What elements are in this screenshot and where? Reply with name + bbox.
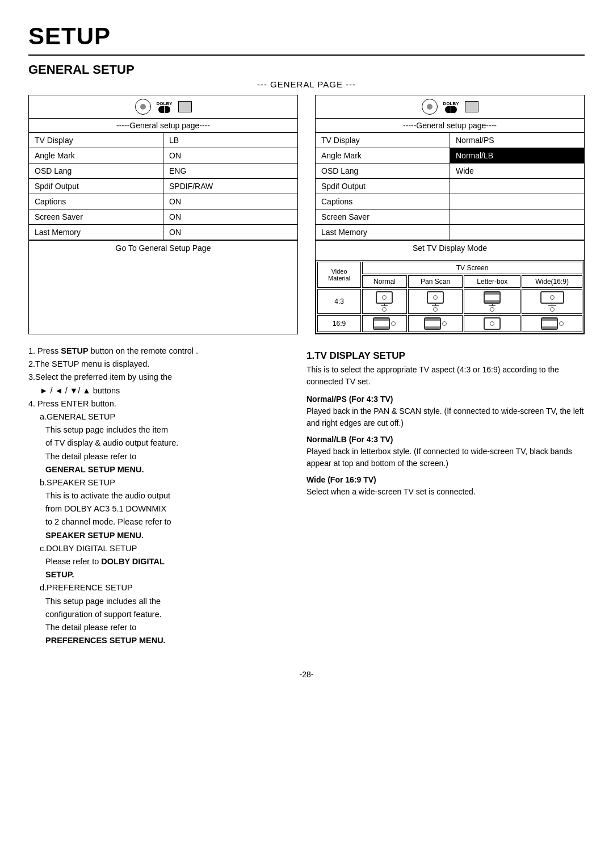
instructions-text: 1. Press SETUP button on the remote cont…: [28, 345, 289, 647]
instruction-d-text1: This setup page includes all the: [45, 595, 289, 608]
dolby-icon-left: [158, 106, 170, 113]
instruction-a-text1: This setup page includes the item: [45, 423, 289, 437]
value-last-memory-r: [450, 225, 584, 240]
label-tv-display-r: TV Display: [316, 133, 450, 148]
disc-icon-left: [135, 99, 151, 115]
value-captions: ON: [163, 194, 297, 209]
right-setup-box: DOLBY -----General setup page---- TV Dis…: [315, 95, 585, 334]
film-icon-left: [178, 101, 192, 112]
dolby-digital-label: DOLBY DIGITAL: [101, 557, 164, 566]
value-captions-r: [450, 194, 584, 209]
instruction-c-text2: SETUP.: [45, 568, 289, 581]
table-row: Captions ON: [29, 194, 297, 209]
right-box-header: DOLBY: [316, 95, 584, 119]
label-angle-mark: Angle Mark: [29, 148, 163, 163]
tv-icon-169-letterbox: [464, 315, 520, 332]
normal-ps-text: Played back in the PAN & SCAN style. (If…: [306, 405, 585, 429]
tv-display-col: 1.TV DISPLAY SETUP This is to select the…: [306, 345, 585, 653]
right-box-subtitle: -----General setup page----: [316, 119, 584, 133]
row-label-169: 16:9: [317, 315, 361, 332]
label-screen-saver-r: Screen Saver: [316, 209, 450, 224]
dolby-text-left: DOLBY: [157, 101, 173, 106]
title-divider: [28, 54, 585, 56]
instruction-b-text3: to 2 channel mode. Please refer to: [45, 515, 289, 529]
instruction-c-text1: Please refer to DOLBY DIGITAL: [45, 555, 289, 568]
dolby-icon-right: [445, 106, 457, 113]
main-content: 1. Press SETUP button on the remote cont…: [28, 345, 585, 653]
tv-display-intro: This is to select the appropriate TV asp…: [306, 364, 585, 388]
table-row: TV Display Normal/PS: [316, 133, 584, 148]
value-angle-mark-r: Normal/LB: [450, 148, 584, 163]
label-osd-lang-r: OSD Lang: [316, 163, 450, 178]
preferences-setup-menu-label: PREFERENCES SETUP MENU.: [45, 636, 166, 645]
speaker-setup-menu-label: SPEAKER SETUP MENU.: [45, 531, 144, 540]
value-screen-saver: ON: [163, 209, 297, 224]
instruction-3: 3.Select the preferred item by using the: [28, 371, 289, 384]
label-last-memory: Last Memory: [29, 225, 163, 240]
left-setup-box: DOLBY -----General setup page---- TV Dis…: [28, 95, 298, 334]
label-last-memory-r: Last Memory: [316, 225, 450, 240]
disc-icon-right: [422, 99, 438, 115]
dolby-text-right: DOLBY: [443, 101, 459, 106]
page-title: SETUP: [28, 23, 585, 50]
normal-lb-text: Played back in letterbox style. (If conn…: [306, 446, 585, 469]
left-box-subtitle: -----General setup page----: [29, 119, 297, 133]
instruction-a-text3: The detail please refer to: [45, 450, 289, 463]
section-title: GENERAL SETUP: [28, 62, 585, 77]
table-header-tv-screen: TV Screen: [362, 262, 582, 274]
table-row: Last Memory ON: [29, 225, 297, 240]
normal-ps-head: Normal/PS (For 4:3 TV): [306, 393, 585, 405]
instruction-b-menu: SPEAKER SETUP MENU.: [45, 529, 289, 542]
col-normal: Normal: [362, 275, 407, 288]
label-captions-r: Captions: [316, 194, 450, 209]
table-row: OSD Lang ENG: [29, 163, 297, 179]
table-row: Last Memory: [316, 225, 584, 240]
label-spdif-output-r: Spdif Output: [316, 179, 450, 194]
page-number: -28-: [28, 670, 585, 679]
value-spdif-output: SPDIF/RAW: [163, 179, 297, 194]
instruction-b-head: b.SPEAKER SETUP: [40, 476, 289, 489]
tv-icon-169-panscan: [408, 315, 463, 332]
right-box-footer: Set TV Display Mode: [316, 240, 584, 255]
instruction-a-menu: GENERAL SETUP MENU.: [45, 463, 289, 476]
value-tv-display: LB: [163, 133, 297, 148]
label-angle-mark-r: Angle Mark: [316, 148, 450, 163]
normal-lb-head: Normal/LB (For 4:3 TV): [306, 434, 585, 446]
left-box-footer: Go To General Setup Page: [29, 240, 297, 255]
normal-ps-section: Normal/PS (For 4:3 TV) Played back in th…: [306, 393, 585, 429]
table-row: Angle Mark Normal/LB: [316, 148, 584, 163]
table-row: Spdif Output SPDIF/RAW: [29, 179, 297, 194]
tv-icon-43-panscan: [408, 289, 463, 314]
table-row: OSD Lang Wide: [316, 163, 584, 179]
label-spdif-output: Spdif Output: [29, 179, 163, 194]
table-row: Spdif Output: [316, 179, 584, 194]
row-label-43: 4:3: [317, 289, 361, 314]
instruction-d-head: d.PREFERENCE SETUP: [40, 581, 289, 594]
col-letterbox: Letter-box: [464, 275, 520, 288]
table-row: TV Display LB: [29, 133, 297, 148]
value-tv-display-r: Normal/PS: [450, 133, 584, 148]
setup-boxes-row: DOLBY -----General setup page---- TV Dis…: [28, 95, 585, 334]
instruction-a-text2: of TV display & audio output feature.: [45, 437, 289, 450]
general-setup-menu-label: GENERAL SETUP MENU.: [45, 465, 144, 474]
value-spdif-output-r: [450, 179, 584, 194]
instructions-col: 1. Press SETUP button on the remote cont…: [28, 345, 289, 653]
table-row: Captions: [316, 194, 584, 209]
tv-icon-43-letterbox: [464, 289, 520, 314]
instruction-buttons: ► / ◄ / ▼/ ▲ buttons: [40, 384, 289, 397]
normal-lb-section: Normal/LB (For 4:3 TV) Played back in le…: [306, 434, 585, 469]
col-wide: Wide(16:9): [522, 275, 582, 288]
value-osd-lang-r: Wide: [450, 163, 584, 178]
value-angle-mark: ON: [163, 148, 297, 163]
value-last-memory: ON: [163, 225, 297, 240]
left-box-header: DOLBY: [29, 95, 297, 119]
instruction-b-text1: This is to activate the audio output: [45, 489, 289, 502]
tv-screen-table: VideoMaterial TV Screen Normal Pan Scan …: [316, 260, 584, 334]
value-osd-lang: ENG: [163, 163, 297, 178]
col-panscan: Pan Scan: [408, 275, 463, 288]
instruction-b-text2: from DOLBY AC3 5.1 DOWNMIX: [45, 502, 289, 515]
page-label: --- GENERAL PAGE ---: [28, 79, 585, 89]
instruction-1: 1. Press SETUP button on the remote cont…: [28, 345, 289, 358]
instruction-c-head: c.DOLBY DIGITAL SETUP: [40, 542, 289, 555]
film-icon-right: [465, 101, 478, 112]
